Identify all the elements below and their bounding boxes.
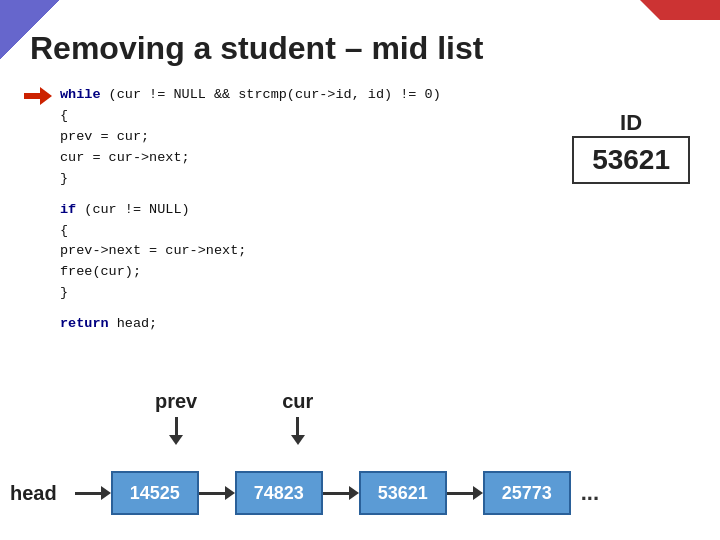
code-line-9: prev->next = cur->next; [60, 241, 690, 262]
code-line-10: free(cur); [60, 262, 690, 283]
arrow-1-2 [199, 486, 235, 500]
code-line-13: return head; [60, 314, 690, 335]
code-line-7: if (cur != NULL) [60, 200, 690, 221]
label-prev: prev [155, 390, 197, 413]
dots: ... [581, 480, 599, 506]
code-line-8: { [60, 221, 690, 242]
head-arrow [75, 486, 111, 500]
node-2: 74823 [235, 471, 323, 515]
slide-title: Removing a student – mid list [30, 30, 690, 67]
code-line-12 [60, 304, 690, 314]
code-line-6 [60, 190, 690, 200]
code-line-11: } [60, 283, 690, 304]
node-3: 53621 [359, 471, 447, 515]
id-display: ID 53621 [572, 110, 690, 184]
arrow-2-3 [323, 486, 359, 500]
nodes-row: head 14525 74823 53621 [10, 471, 599, 515]
prev-arrow-head [169, 435, 183, 445]
arrow-3-4 [447, 486, 483, 500]
cur-arrow-line [296, 417, 299, 435]
id-label: ID [572, 110, 690, 136]
prev-arrow-line [175, 417, 178, 435]
head-label: head [10, 482, 57, 505]
label-cur: cur [282, 390, 313, 413]
code-line-1: while (cur != NULL && strcmp(cur->id, id… [60, 85, 690, 106]
node-1: 14525 [111, 471, 199, 515]
diagram: prev cur head 145 [0, 390, 720, 520]
cur-arrow-head [291, 435, 305, 445]
arrow-indicator-icon [24, 87, 52, 105]
id-value: 53621 [572, 136, 690, 184]
node-4: 25773 [483, 471, 571, 515]
